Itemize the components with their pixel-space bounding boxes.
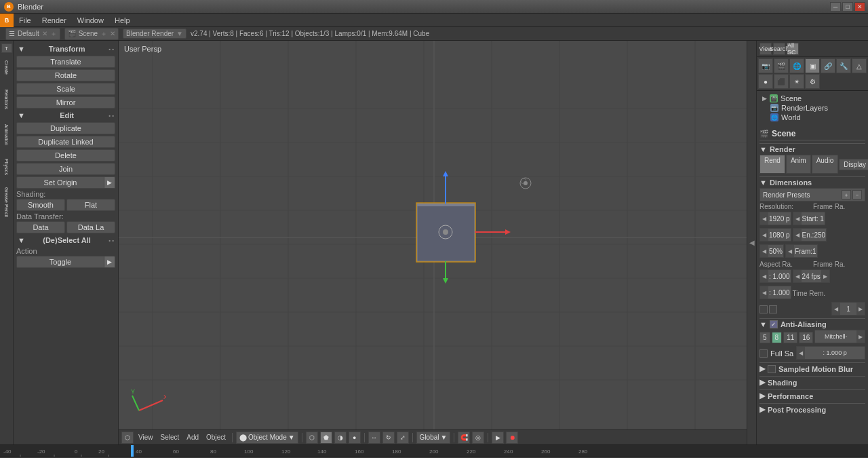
fsa-left[interactable]: ◀ — [797, 347, 805, 359]
rend-tab[interactable]: Rend — [760, 155, 785, 174]
duplicate-button[interactable]: Duplicate — [16, 122, 115, 134]
prop-tab-object[interactable]: ▣ — [805, 58, 820, 73]
aa-val-11[interactable]: 11 — [783, 332, 797, 343]
mode-dropdown[interactable]: ⬤ Object Mode ▼ — [236, 432, 298, 444]
presets-add-btn[interactable]: ＋ — [842, 190, 851, 199]
sampled-motion-checkbox[interactable] — [768, 365, 776, 373]
prop-tab-scene[interactable]: 🎬 — [774, 58, 789, 73]
prop-tab-physics[interactable]: ⚙ — [805, 74, 820, 89]
sampled-motion-header[interactable]: ▶ Sampled Motion Blur — [760, 362, 865, 375]
pivot-dropdown[interactable]: Global ▼ — [416, 432, 451, 444]
rotate-button[interactable]: Rotate — [16, 69, 115, 81]
audio-tab[interactable]: Audio — [812, 155, 839, 174]
vp-add-menu[interactable]: Add — [184, 433, 201, 442]
aa-section-header[interactable]: ▼ ✓ Anti-Aliasing — [760, 318, 865, 330]
aa-filter-arrow[interactable]: ▶ — [856, 330, 865, 343]
viewport-shade-wire[interactable]: ⬡ — [306, 432, 318, 444]
game-btn[interactable]: ▶ — [492, 432, 504, 444]
tool-create-icon[interactable]: Create — [1, 54, 12, 81]
flat-button[interactable]: Flat — [66, 199, 115, 211]
scale-left[interactable]: ◀ — [760, 245, 768, 257]
timeline-ruler[interactable]: -40 -20 0 20 40 60 80 100 120 140 160 18… — [0, 444, 868, 457]
border-left[interactable]: ◀ — [832, 303, 840, 315]
tree-world[interactable]: 🌐 World — [768, 113, 865, 122]
prop-tab-particles[interactable]: ✴ — [789, 74, 804, 89]
edit-section-header[interactable]: ▼ Edit • • — [16, 110, 115, 121]
viewport-scale-btn[interactable]: ⤢ — [397, 432, 409, 444]
shading-props-header[interactable]: ▶ Shading — [760, 376, 865, 388]
right-sidebar-toggle[interactable]: ◀ — [747, 41, 756, 444]
record-btn[interactable]: ⏺ — [506, 432, 518, 444]
res-y-left[interactable]: ◀ — [760, 229, 768, 241]
aa-checkbox[interactable]: ✓ — [770, 320, 778, 328]
translate-button[interactable]: Translate — [16, 56, 115, 68]
toggle-arrow[interactable]: ▶ — [104, 256, 115, 268]
proportional-btn[interactable]: ◎ — [472, 432, 484, 444]
tree-scene[interactable]: ▶ 🎬 Scene — [760, 94, 865, 103]
prop-tab-texture[interactable]: ⬛ — [774, 74, 789, 89]
res-y-field[interactable]: ◀ 1080 p — [760, 228, 791, 242]
aa-val-16[interactable]: 16 — [799, 332, 813, 343]
aa-filter-field[interactable]: Mitchell- ▶ — [814, 330, 865, 343]
join-button[interactable]: Join — [16, 163, 115, 175]
scale-field[interactable]: ◀ 50% — [760, 244, 784, 258]
frame-field[interactable]: ◀ Fram:1 — [785, 244, 818, 258]
border-checkbox-1[interactable] — [760, 305, 768, 313]
prop-tab-world[interactable]: 🌐 — [789, 58, 804, 73]
ax-left[interactable]: ◀ — [760, 270, 768, 282]
vp-select-menu[interactable]: Select — [158, 433, 182, 442]
menu-window[interactable]: Window — [72, 15, 109, 26]
fps-left[interactable]: ◀ — [793, 270, 802, 282]
viewport-rotate-btn[interactable]: ↻ — [382, 432, 395, 444]
full-sa-val-field[interactable]: ◀ : 1.000 p — [796, 346, 865, 360]
tool-mode-icon[interactable]: T — [1, 43, 12, 53]
transform-section-header[interactable]: ▼ Transform • • — [16, 43, 115, 54]
border-val-field[interactable]: ◀ 1 ▶ — [831, 302, 865, 316]
prop-tab-render[interactable]: 📷 — [758, 58, 773, 73]
end-left[interactable]: ◀ — [793, 229, 802, 241]
tool-relations-icon[interactable]: Relations — [1, 83, 12, 117]
display-tab[interactable]: Display — [839, 159, 868, 170]
tree-render-layers[interactable]: 📷 RenderLayers — [768, 103, 865, 113]
full-sa-checkbox[interactable] — [760, 349, 768, 358]
ay-left[interactable]: ◀ — [760, 286, 768, 299]
tool-physics-icon[interactable]: Physics — [1, 153, 12, 180]
frame-left[interactable]: ◀ — [786, 245, 794, 257]
aspect-x-field[interactable]: ◀ : 1.000 — [760, 269, 791, 283]
prop-tab-constraints[interactable]: 🔗 — [821, 58, 835, 73]
set-origin-arrow[interactable]: ▶ — [104, 176, 115, 189]
set-origin-button[interactable]: Set Origin — [16, 176, 104, 189]
prop-tab-data[interactable]: △ — [852, 58, 867, 73]
border-checkbox-2[interactable] — [769, 305, 777, 313]
start-field[interactable]: ◀ Start: 1 — [793, 212, 825, 225]
menu-help[interactable]: Help — [109, 15, 136, 26]
fps-field[interactable]: ◀ 24 fps ▶ — [793, 269, 830, 283]
deselect-section-header[interactable]: ▼ (De)Select All • • — [16, 235, 115, 246]
presets-remove-btn[interactable]: － — [852, 190, 862, 199]
maximize-button[interactable]: □ — [842, 2, 853, 12]
right-all-btn[interactable]: All SC — [787, 43, 799, 55]
duplicate-linked-button[interactable]: Duplicate Linked — [16, 136, 115, 148]
prop-tab-modifier[interactable]: 🔧 — [836, 58, 851, 73]
start-left[interactable]: ◀ — [793, 212, 802, 225]
scale-button[interactable]: Scale — [16, 83, 115, 95]
aa-val-8[interactable]: 8 — [772, 332, 783, 343]
fps-right[interactable]: ▶ — [821, 270, 829, 282]
border-right[interactable]: ▶ — [856, 303, 865, 315]
vp-view-menu[interactable]: View — [136, 433, 156, 442]
aa-val-5[interactable]: 5 — [760, 332, 770, 343]
post-processing-header[interactable]: ▶ Post Processing — [760, 403, 865, 415]
vp-widget-btn[interactable]: ⬡ — [121, 432, 134, 444]
menu-render[interactable]: Render — [37, 15, 72, 26]
close-button[interactable]: ✕ — [854, 2, 865, 12]
tool-animation-icon[interactable]: Animation — [1, 118, 12, 152]
viewport-shade-solid[interactable]: ⬟ — [320, 432, 332, 444]
mirror-button[interactable]: Mirror — [16, 96, 115, 109]
data-la-button[interactable]: Data La — [66, 221, 115, 233]
right-search-btn[interactable]: Search — [773, 43, 785, 55]
res-x-left[interactable]: ◀ — [760, 212, 768, 225]
aspect-y-field[interactable]: ◀ : 1.000 — [760, 286, 791, 299]
viewport-shade-material[interactable]: ◑ — [334, 432, 347, 444]
dimensions-section-header[interactable]: ▼ Dimensions — [760, 176, 865, 188]
prop-tab-material[interactable]: ● — [758, 74, 773, 89]
